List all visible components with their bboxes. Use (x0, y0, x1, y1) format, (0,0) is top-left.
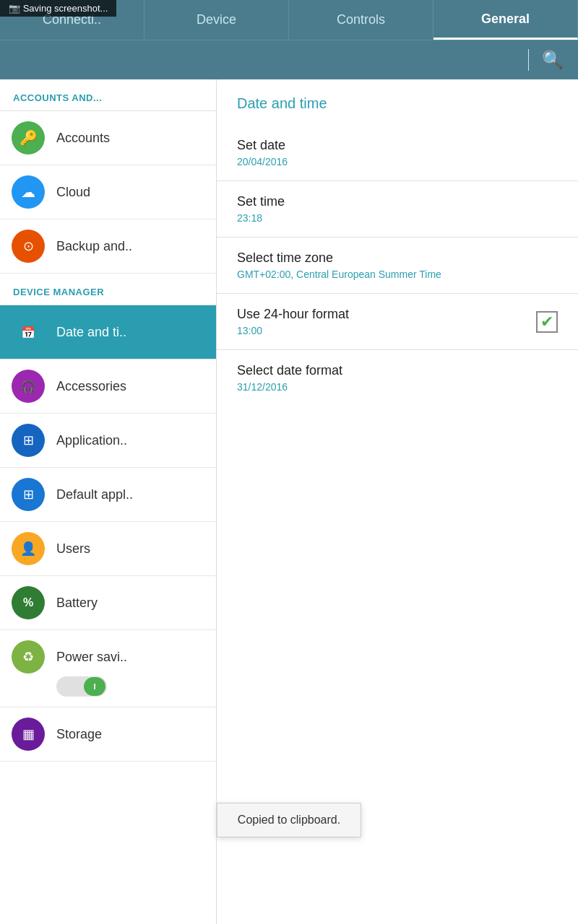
setting-dateformat[interactable]: Select date format 31/12/2016 (217, 350, 578, 406)
dateformat-title: Select date format (237, 363, 558, 378)
screenshot-notification: 📷 Saving screenshot... (0, 0, 116, 17)
toast-text: Copied to clipboard. (238, 814, 340, 826)
powersaving-icon: ♻ (12, 640, 45, 674)
users-icon: 👤 (12, 532, 45, 565)
section-accounts-header: ACCOUNTS AND... (0, 79, 216, 111)
setting-24hour[interactable]: Use 24-hour format 13:00 ✔ (217, 294, 578, 350)
storage-icon: ▦ (12, 718, 45, 751)
sidebar-item-storage[interactable]: ▦ Storage (0, 707, 216, 762)
sidebar-item-datetime[interactable]: 📅 Date and ti.. (0, 305, 216, 359)
timezone-value: GMT+02:00, Central European Summer Time (237, 269, 558, 280)
24hour-title: Use 24-hour format (237, 307, 349, 322)
main-content: ACCOUNTS AND... 🔑 Accounts ☁ Cloud ⊙ Bac… (0, 79, 578, 924)
setting-timezone[interactable]: Select time zone GMT+02:00, Central Euro… (217, 237, 578, 294)
timezone-title: Select time zone (237, 250, 558, 266)
powersaving-toggle-row: I (56, 676, 107, 697)
set-date-title: Set date (237, 138, 558, 153)
set-time-title: Set time (237, 194, 558, 209)
sidebar-item-accounts[interactable]: 🔑 Accounts (0, 111, 216, 165)
powersaving-label: Power savi.. (56, 650, 127, 665)
setting-set-time[interactable]: Set time 23:18 (217, 181, 578, 237)
dateformat-value: 31/12/2016 (237, 381, 558, 393)
accounts-icon: 🔑 (12, 121, 45, 154)
defaultapps-icon: ⊞ (12, 478, 45, 511)
sidebar-item-backup[interactable]: ⊙ Backup and.. (0, 219, 216, 274)
sidebar-item-users[interactable]: 👤 Users (0, 522, 216, 576)
screenshot-icon: 📷 (9, 3, 20, 14)
search-divider (528, 49, 529, 71)
screenshot-text: Saving screenshot... (23, 3, 108, 14)
accessories-icon: 🎧 (12, 370, 45, 403)
toast-notification: Copied to clipboard. (217, 803, 361, 837)
applications-icon: ⊞ (12, 424, 45, 457)
panel-title: Date and time (217, 79, 578, 125)
battery-icon: % (12, 586, 45, 619)
cloud-label: Cloud (56, 185, 90, 200)
powersaving-toggle[interactable]: I (56, 676, 107, 697)
battery-label: Battery (56, 596, 98, 611)
sidebar-item-defaultapps[interactable]: ⊞ Default appl.. (0, 468, 216, 522)
section-device-manager-header: DEVICE MANAGER (0, 274, 216, 305)
search-icon[interactable]: 🔍 (542, 50, 564, 70)
tab-general[interactable]: General (434, 0, 578, 40)
setting-set-date[interactable]: Set date 20/04/2016 (217, 125, 578, 181)
tab-controls[interactable]: Controls (289, 0, 434, 40)
toggle-thumb: I (84, 677, 105, 696)
datetime-icon: 📅 (12, 315, 45, 349)
accessories-label: Accessories (56, 379, 126, 394)
sidebar-item-cloud[interactable]: ☁ Cloud (0, 165, 216, 219)
defaultapps-label: Default appl.. (56, 487, 133, 502)
right-panel: Date and time Set date 20/04/2016 Set ti… (217, 79, 578, 924)
sidebar-item-battery[interactable]: % Battery (0, 576, 216, 630)
checkbox-checkmark: ✔ (540, 314, 553, 330)
search-bar: 🔍 (0, 40, 578, 79)
backup-icon: ⊙ (12, 230, 45, 263)
24hour-value: 13:00 (237, 325, 349, 336)
sidebar: ACCOUNTS AND... 🔑 Accounts ☁ Cloud ⊙ Bac… (0, 79, 217, 924)
set-date-value: 20/04/2016 (237, 156, 558, 167)
backup-label: Backup and.. (56, 239, 132, 254)
24hour-checkbox[interactable]: ✔ (536, 311, 558, 333)
accounts-label: Accounts (56, 131, 110, 146)
sidebar-item-applications[interactable]: ⊞ Application.. (0, 414, 216, 468)
set-time-value: 23:18 (237, 212, 558, 224)
storage-label: Storage (56, 727, 102, 742)
24hour-row: Use 24-hour format 13:00 ✔ (237, 307, 558, 336)
applications-label: Application.. (56, 433, 127, 448)
tab-device[interactable]: Device (144, 0, 289, 40)
sidebar-item-powersaving[interactable]: ♻ Power savi.. I (0, 630, 216, 707)
datetime-label: Date and ti.. (56, 325, 126, 340)
cloud-icon: ☁ (12, 175, 45, 209)
sidebar-item-accessories[interactable]: 🎧 Accessories (0, 359, 216, 414)
users-label: Users (56, 541, 90, 557)
24hour-text-group: Use 24-hour format 13:00 (237, 307, 349, 336)
